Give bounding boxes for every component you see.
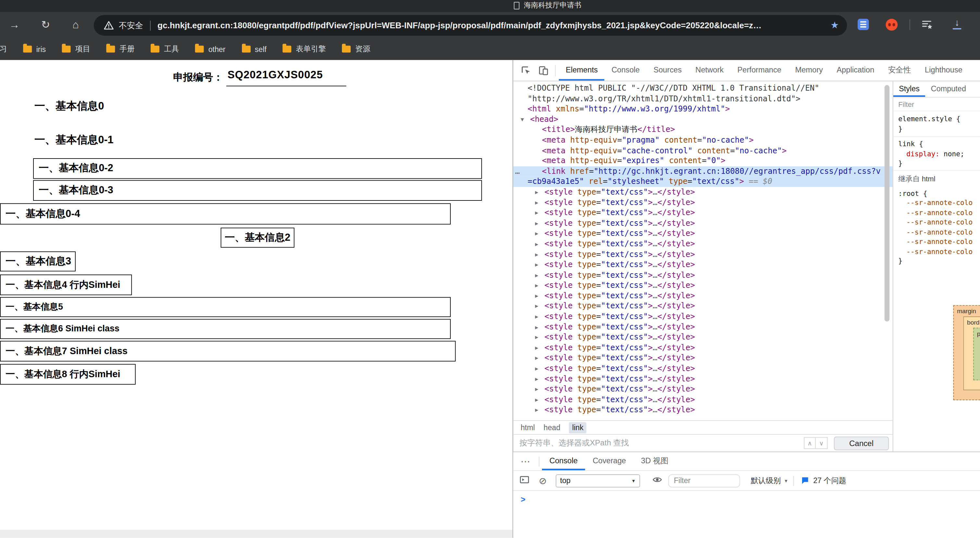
devtools-tab[interactable]: Elements: [559, 60, 605, 81]
css-declaration[interactable]: display: none;: [898, 149, 980, 159]
bookmark-star-icon[interactable]: ★: [830, 19, 839, 31]
css-custom-property[interactable]: --sr-annote-colo: [906, 218, 980, 227]
issues-badge[interactable]: 27 个问题: [801, 475, 846, 486]
code-line[interactable]: ▶<style type="text/css">…</style>: [513, 218, 892, 228]
home-button[interactable]: ⌂: [68, 17, 84, 33]
code-line[interactable]: ▶<style type="text/css">…</style>: [513, 197, 892, 208]
clear-console-icon[interactable]: ⊘: [539, 475, 547, 486]
code-line[interactable]: <meta http-equiv="pragma" content="no-ca…: [513, 135, 892, 145]
breadcrumb-item[interactable]: html: [521, 423, 535, 432]
code-line[interactable]: =cb9a43a1e5" rel="stylesheet" type="text…: [513, 177, 892, 187]
css-custom-property[interactable]: --sr-annote-colo: [906, 198, 980, 208]
code-line[interactable]: ▶<style type="text/css">…</style>: [513, 187, 892, 197]
code-line[interactable]: ▶<style type="text/css">…</style>: [513, 260, 892, 270]
breadcrumb-item[interactable]: head: [544, 423, 560, 432]
download-icon[interactable]: ↓: [951, 17, 963, 28]
bookmark-item[interactable]: other: [195, 45, 225, 54]
inspect-element-icon[interactable]: [517, 63, 535, 78]
code-line[interactable]: ▶<style type="text/css">…</style>: [513, 311, 892, 322]
reading-list-icon[interactable]: [921, 19, 932, 30]
url-text[interactable]: gc.hnkjt.egrant.cn:18080/egrantpdf/pdf/p…: [158, 21, 822, 30]
search-next-icon[interactable]: ∨: [816, 437, 828, 449]
code-line[interactable]: ▶<style type="text/css">…</style>: [513, 228, 892, 239]
console-sidebar-icon[interactable]: [520, 474, 530, 487]
code-line[interactable]: <html xmlns="http://www.w3.org/1999/xhtm…: [513, 104, 892, 114]
search-prev-icon[interactable]: ∧: [804, 437, 816, 449]
breadcrumb-item[interactable]: link: [569, 422, 587, 433]
console-tab[interactable]: Console: [542, 452, 585, 471]
bookmark-item[interactable]: 资源: [342, 44, 371, 54]
device-toolbar-icon[interactable]: [535, 63, 552, 78]
log-level-dropdown[interactable]: 默认级别 ▼: [751, 475, 788, 486]
css-custom-property[interactable]: --sr-annote-colo: [906, 237, 980, 247]
devtools-tab[interactable]: Application: [830, 60, 881, 81]
bookmark-item[interactable]: 手册: [107, 44, 135, 54]
code-line[interactable]: ▶<style type="text/css">…</style>: [513, 363, 892, 374]
cancel-button[interactable]: Cancel: [834, 436, 889, 450]
browser-tab[interactable]: 海南科技厅申请书: [514, 1, 581, 10]
code-line[interactable]: <meta http-equiv="cache-control" content…: [513, 145, 892, 156]
code-line[interactable]: ▶<style type="text/css">…</style>: [513, 249, 892, 260]
code-line[interactable]: <meta http-equiv="expires" content="0">: [513, 156, 892, 166]
more-tools-icon[interactable]: ⋯: [513, 455, 536, 467]
rule-root-selector[interactable]: :root {: [898, 188, 980, 198]
eye-icon[interactable]: [652, 474, 663, 487]
console-tab[interactable]: Coverage: [585, 452, 633, 471]
rule-link-selector[interactable]: link {: [898, 139, 980, 149]
code-line[interactable]: ▼<head>: [513, 114, 892, 125]
css-custom-property[interactable]: --sr-annote-colo: [906, 247, 980, 256]
extension-icon-red[interactable]: [886, 19, 898, 31]
code-line[interactable]: ▶<style type="text/css">…</style>: [513, 322, 892, 332]
search-input[interactable]: 按字符串、选择器或XPath 查找: [520, 438, 798, 449]
extension-icon-blue[interactable]: [858, 19, 869, 30]
bookmark-item[interactable]: 习: [0, 44, 7, 54]
inherited-from-link[interactable]: html: [922, 175, 935, 182]
code-line[interactable]: <title>海南科技厅申请书</title>: [513, 125, 892, 135]
css-custom-property[interactable]: --sr-annote-colo: [906, 208, 980, 218]
code-line[interactable]: ▶<style type="text/css">…</style>: [513, 239, 892, 249]
forward-button[interactable]: →: [6, 17, 22, 33]
bookmark-item[interactable]: 表单引擎: [283, 44, 326, 54]
code-line[interactable]: …<link href="http://gc.hnkjt.egrant.cn:1…: [513, 166, 892, 177]
styles-filter-input[interactable]: Filter: [893, 97, 980, 111]
devtools-tab[interactable]: Memory: [788, 60, 830, 81]
code-line[interactable]: ▶<style type="text/css">…</style>: [513, 405, 892, 415]
devtools-tab[interactable]: Network: [689, 60, 730, 81]
code-line[interactable]: "http://www.w3.org/TR/xhtml1/DTD/xhtml1-…: [513, 94, 892, 104]
console-filter-input[interactable]: Filter: [668, 474, 740, 487]
devtools-tab[interactable]: Console: [605, 60, 646, 81]
bookmark-item[interactable]: iris: [23, 45, 46, 54]
application-number-value: SQ2021GXJS0025: [226, 69, 347, 86]
code-line[interactable]: ▶<style type="text/css">…</style>: [513, 280, 892, 291]
devtools-tab[interactable]: 安全性: [881, 60, 918, 81]
tab-computed[interactable]: Computed: [925, 81, 972, 97]
context-selector[interactable]: top ▼: [555, 474, 640, 487]
devtools-tab[interactable]: Sources: [646, 60, 689, 81]
css-custom-property[interactable]: --sr-annote-colo: [906, 227, 980, 237]
code-line[interactable]: ▶<style type="text/css">…</style>: [513, 384, 892, 394]
rule-element-style[interactable]: element.style {: [898, 114, 980, 124]
console-prompt[interactable]: >: [521, 495, 526, 504]
code-line[interactable]: ▶<style type="text/css">…</style>: [513, 332, 892, 343]
reload-button[interactable]: ↻: [38, 17, 54, 33]
code-line[interactable]: <!DOCTYPE html PUBLIC "-//W3C//DTD XHTML…: [513, 83, 892, 94]
code-line[interactable]: ▶<style type="text/css">…</style>: [513, 394, 892, 405]
devtools-tab[interactable]: Performance: [730, 60, 788, 81]
bookmark-item[interactable]: 工具: [151, 44, 179, 54]
console-tab[interactable]: 3D 视图: [633, 452, 676, 471]
bookmark-item[interactable]: self: [242, 45, 266, 54]
code-line[interactable]: ▶<style type="text/css">…</style>: [513, 343, 892, 353]
bookmark-item[interactable]: 项目: [62, 44, 90, 54]
code-line[interactable]: ▶<style type="text/css">…</style>: [513, 208, 892, 218]
address-bar[interactable]: 不安全 gc.hnkjt.egrant.cn:18080/egrantpdf/p…: [94, 15, 847, 36]
code-line[interactable]: ▶<style type="text/css">…</style>: [513, 374, 892, 384]
code-line[interactable]: ▶<style type="text/css">…</style>: [513, 301, 892, 311]
tab-styles[interactable]: Styles: [893, 81, 926, 97]
code-line[interactable]: ▶<style type="text/css">…</style>: [513, 353, 892, 364]
security-label[interactable]: 不安全: [119, 20, 143, 31]
scrollbar-thumb[interactable]: [885, 85, 889, 322]
code-line[interactable]: ▶<style type="text/css">…</style>: [513, 270, 892, 280]
code-line[interactable]: ▶<style type="text/css">…</style>: [513, 291, 892, 301]
console-output[interactable]: >: [513, 491, 980, 538]
devtools-tab[interactable]: Lighthouse: [918, 60, 969, 81]
